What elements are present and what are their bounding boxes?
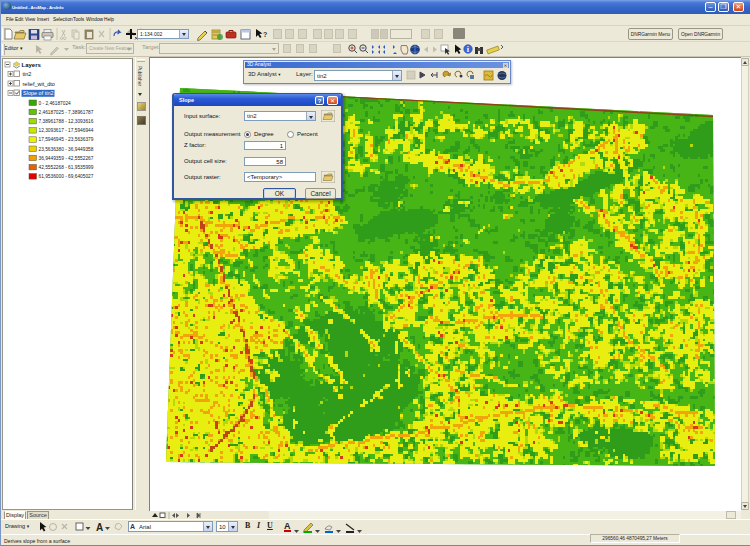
svg-text:A: A: [284, 521, 291, 531]
svg-text:A: A: [96, 522, 103, 533]
